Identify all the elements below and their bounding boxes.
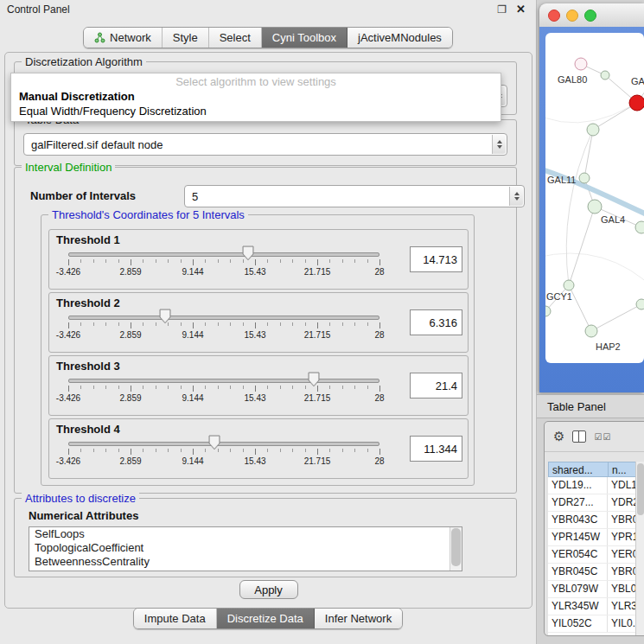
tab-jactivemnodules[interactable]: jActiveMNodules (348, 28, 452, 48)
attributes-group: Attributes to discretize Numerical Attri… (14, 498, 517, 577)
threshold-slider[interactable]: -3.4262.8599.14415.4321.71528 (68, 372, 379, 411)
tab-label: Infer Network (325, 612, 392, 625)
table-panel-title: Table Panel (547, 400, 606, 413)
tab-network[interactable]: Network (84, 28, 163, 48)
threshold-value[interactable]: 14.713 (410, 246, 462, 272)
apply-button[interactable]: Apply (239, 580, 298, 599)
top-tabstrip: Network Style Select Cyni Toolbox jActiv… (0, 27, 536, 48)
table-body: YDL19...YDL1...YDR27...YDR2...YBR043CYBR… (548, 477, 636, 633)
group-title: Attributes to discretize (22, 492, 139, 505)
slider-thumb[interactable] (158, 309, 171, 324)
network-canvas[interactable]: GAL80 GA GAL11 GAL4 GCY1 HAP2 (545, 33, 644, 363)
table-scrollbar[interactable] (635, 462, 644, 635)
tab-label: Discretize Data (227, 612, 303, 625)
window-title: Control Panel (7, 3, 70, 16)
threshold-panel: Threshold 4 -3.4262.8599.14415.4321.7152… (48, 418, 469, 479)
table-row[interactable]: YDL19...YDL1... (548, 477, 636, 494)
threshold-label: Threshold 3 (56, 360, 120, 373)
threshold-slider[interactable]: -3.4262.8599.14415.4321.71528 (68, 245, 379, 285)
tab-impute-data[interactable]: Impute Data (134, 609, 217, 628)
slider-thumb[interactable] (308, 372, 321, 387)
slider-thumb[interactable] (208, 435, 221, 450)
control-panel-window: Control Panel ❐ ✕ Network Style Select (0, 0, 537, 644)
threshold-label: Threshold 2 (56, 296, 120, 309)
node-label: HAP2 (596, 341, 621, 352)
thresholds-group: Threshold's Coordinates for 5 Intervals … (41, 214, 475, 486)
bottom-tabstrip: Impute Data Discretize Data Infer Networ… (0, 608, 536, 629)
table-row[interactable]: YBR045CYBR0... (548, 564, 636, 581)
slider-scale: -3.4262.8599.14415.4321.71528 (68, 245, 379, 285)
list-item[interactable]: TopologicalCoefficient (29, 541, 462, 555)
table-data-group: Table Data galFiltered.sif default node (14, 119, 517, 166)
column-header[interactable]: n... (608, 462, 636, 477)
slider-thumb[interactable] (241, 245, 254, 261)
num-intervals-select[interactable]: 5 (184, 185, 525, 207)
popup-hint: Select algorithm to view settings (11, 75, 501, 89)
threshold-slider[interactable]: -3.4262.8599.14415.4321.71528 (68, 435, 379, 475)
node-label: GA (631, 76, 644, 86)
column-header[interactable]: shared... (548, 462, 608, 477)
tab-label: Impute Data (144, 612, 206, 625)
tab-label: Network (110, 31, 151, 44)
table-row[interactable]: YBL079WYBL0... (548, 581, 636, 598)
node-label: GAL11 (547, 175, 576, 185)
slider-scale: -3.4262.8599.14415.4321.71528 (68, 309, 379, 348)
popup-option-equal-width[interactable]: Equal Width/Frequency Discretization (11, 104, 501, 118)
tab-style[interactable]: Style (163, 28, 209, 48)
num-intervals-label: Number of Intervals (30, 189, 136, 202)
titlebar: Control Panel ❐ ✕ (0, 0, 536, 21)
threshold-panel: Threshold 1 -3.4262.8599.14415.4321.7152… (48, 229, 469, 290)
stepper-icon (509, 187, 523, 206)
numerical-attributes-list[interactable]: SelfLoopsTopologicalCoefficientBetweenne… (29, 526, 462, 571)
network-titlebar (539, 3, 644, 28)
gear-icon[interactable]: ⚙ (553, 429, 564, 444)
tab-select[interactable]: Select (209, 28, 262, 48)
table-data-select[interactable]: galFiltered.sif default node (23, 133, 507, 156)
numerical-attributes-label: Numerical Attributes (29, 509, 138, 522)
minimize-button[interactable] (566, 10, 578, 22)
network-graph: GAL80 GA GAL11 GAL4 GCY1 HAP2 (545, 33, 644, 363)
table-browser-window: ⚙ ☑☑ shared... n... YDL19...YDL1...YDR27… (544, 421, 644, 636)
threshold-value[interactable]: 11.344 (410, 436, 462, 462)
table-row[interactable]: YER054CYER0... (548, 546, 636, 564)
list-item[interactable]: SelfLoops (29, 527, 462, 541)
columns-icon[interactable] (572, 430, 586, 443)
table-panel-header: Table Panel (537, 394, 644, 418)
stepper-icon (492, 135, 506, 154)
group-title: Discretization Algorithm (22, 55, 146, 68)
group-title: Interval Definition (22, 161, 115, 174)
tab-cyni-toolbox[interactable]: Cyni Toolbox (262, 28, 348, 48)
slider-scale: -3.4262.8599.14415.4321.71528 (68, 435, 379, 475)
combo-value: 5 (192, 190, 198, 203)
table-row[interactable]: YPR145WYPR1... (548, 529, 636, 546)
threshold-slider[interactable]: -3.4262.8599.14415.4321.71528 (68, 309, 379, 348)
close-icon[interactable]: ✕ (516, 3, 526, 16)
threshold-value[interactable]: 21.4 (410, 373, 462, 399)
table-row[interactable]: YBR043CYBR0... (548, 512, 636, 529)
threshold-label: Threshold 1 (56, 233, 120, 246)
tab-label: Cyni Toolbox (272, 31, 336, 44)
node-label: GCY1 (546, 291, 572, 302)
list-item[interactable]: BetweennessCentrality (29, 555, 462, 569)
table-row[interactable]: YDR27...YDR2... (548, 494, 636, 512)
close-button[interactable] (548, 10, 560, 22)
tab-label: Style (173, 31, 198, 44)
threshold-label: Threshold 4 (56, 423, 120, 436)
popup-option-manual[interactable]: Manual Discretization (11, 89, 501, 104)
tab-discretize-data[interactable]: Discretize Data (217, 609, 315, 628)
zoom-button[interactable] (584, 10, 596, 22)
table-header-row: shared... n... (548, 462, 636, 477)
table-row[interactable]: YIL052CYIL0... (548, 615, 636, 633)
node-table: shared... n... YDL19...YDL1...YDR27...YD… (548, 462, 636, 635)
slider-scale: -3.4262.8599.14415.4321.71528 (68, 372, 379, 411)
float-window-icon[interactable]: ❐ (497, 3, 507, 16)
table-row[interactable]: YLR345WYLR3... (548, 598, 636, 615)
combo-value: galFiltered.sif default node (31, 138, 163, 151)
network-icon (94, 32, 105, 43)
network-view-window: GAL80 GA GAL11 GAL4 GCY1 HAP2 (539, 3, 644, 392)
threshold-value[interactable]: 6.316 (410, 309, 462, 335)
checkbox-icons[interactable]: ☑☑ (594, 432, 611, 442)
list-scrollbar[interactable] (450, 527, 462, 571)
tab-infer-network[interactable]: Infer Network (315, 609, 402, 628)
algorithm-dropdown-popup: Select algorithm to view settings Manual… (10, 73, 501, 122)
